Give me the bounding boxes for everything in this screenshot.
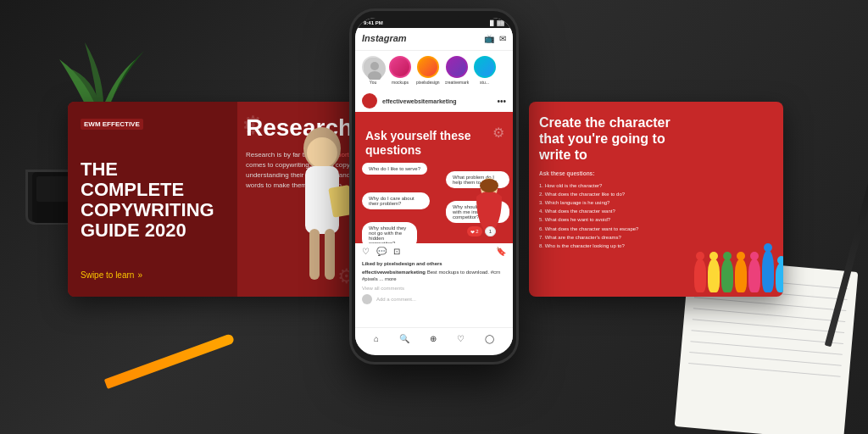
- swipe-text: Swipe to learn »: [81, 270, 225, 280]
- question-item: 8. Who is the character looking up to?: [539, 242, 688, 250]
- svg-point-13: [370, 62, 379, 70]
- story-avatar-1: [389, 56, 411, 78]
- story-item[interactable]: creativemarket: [445, 56, 469, 85]
- post-username: effectivewebsitemarketing: [382, 98, 492, 104]
- right-card-questions: 1. How old is the character? 2. What doe…: [539, 181, 688, 251]
- instagram-header: Instagram 📺 ✉: [355, 28, 513, 51]
- tv-icon[interactable]: 📺: [484, 34, 494, 43]
- comment-badge: 1: [485, 226, 496, 236]
- gear-icon-post: ⚙: [492, 125, 504, 141]
- like-badge: ❤ 2: [467, 226, 481, 236]
- phone-mockup: 9:41 PM ▐▌ ▓▓ Instagram 📺 ✉ You: [349, 8, 519, 364]
- right-card-subtitle: Ask these questions:: [539, 170, 688, 176]
- story-label-you: You: [370, 80, 376, 85]
- status-bar: 9:41 PM ▐▌ ▓▓: [355, 18, 513, 28]
- post-avatar: [362, 93, 377, 108]
- story-item[interactable]: stu...: [474, 56, 496, 85]
- figure-pink: [748, 259, 760, 292]
- story-item[interactable]: You: [362, 56, 384, 85]
- banner-left-section: EWM EFFECTIVE THE COMPLETE COPYWRITING G…: [68, 102, 237, 297]
- like-icon[interactable]: ♡: [362, 247, 370, 256]
- instagram-logo: Instagram: [362, 33, 407, 43]
- logo-badge: EWM EFFECTIVE: [81, 119, 143, 130]
- engagement-badges: ❤ 2 1: [467, 226, 496, 236]
- bubble-5: Why should they not go with the hidden c…: [362, 222, 417, 243]
- post-caption: effectivewebsitemarketing Best mockups t…: [355, 268, 513, 285]
- question-item: 2. What does the character like to do?: [539, 190, 688, 198]
- right-card-content: Create the character that you're going t…: [529, 102, 698, 297]
- nav-heart-icon[interactable]: ♡: [457, 334, 465, 343]
- stories-row: You mockups pixelsdesign creativemarket …: [355, 51, 513, 90]
- post-actions: ♡ 💬 ⊡ 🔖: [355, 243, 513, 259]
- nav-add-icon[interactable]: ⊕: [430, 334, 437, 343]
- figure-lightblue: [776, 263, 783, 292]
- banner-logo: EWM EFFECTIVE: [81, 119, 225, 130]
- caption-username: effectivewebsitemarketing: [362, 270, 426, 275]
- bubble-1: Who do I like to serve?: [362, 163, 427, 175]
- bookmark-icon[interactable]: 🔖: [496, 247, 506, 256]
- question-item: 1. How old is the character?: [539, 181, 688, 190]
- figure-green: [721, 259, 733, 292]
- question-item: 6. What does the character want to escap…: [539, 225, 688, 233]
- nav-profile-icon[interactable]: ◯: [485, 334, 494, 343]
- phone-screen: 9:41 PM ▐▌ ▓▓ Instagram 📺 ✉ You: [355, 18, 513, 355]
- post-image: Ask yourself these questions ⚙ Who do I …: [355, 112, 513, 243]
- story-label-1: mockups: [392, 80, 409, 85]
- story-avatar-3: [446, 56, 468, 78]
- story-item[interactable]: mockups: [389, 56, 411, 85]
- right-card-figures: [698, 102, 783, 297]
- nav-home-icon[interactable]: ⌂: [374, 334, 379, 343]
- story-item[interactable]: pixelsdesign: [416, 56, 440, 85]
- nav-search-icon[interactable]: 🔍: [399, 334, 409, 343]
- story-avatar-2: [417, 56, 439, 78]
- figure-red: [694, 259, 706, 292]
- figure-blue: [762, 250, 774, 292]
- post-image-title: Ask yourself these questions: [365, 129, 487, 158]
- post-likes: Liked by pixelsdesign and others: [355, 259, 513, 268]
- status-icons: ▐▌ ▓▓: [488, 20, 504, 25]
- story-label-2: pixelsdesign: [416, 80, 440, 85]
- instagram-top-row: Instagram 📺 ✉: [362, 33, 506, 43]
- phone-bottom-nav: ⌂ 🔍 ⊕ ♡ ◯: [355, 327, 513, 348]
- view-comments[interactable]: View all comments: [355, 285, 513, 292]
- story-avatar-you: [362, 56, 384, 78]
- send-icon[interactable]: ✉: [499, 34, 506, 43]
- story-label-4: stu...: [480, 80, 489, 85]
- status-time: 9:41 PM: [364, 20, 383, 25]
- figure-orange: [735, 259, 747, 292]
- banner-title: THE COMPLETE COPYWRITING GUIDE 2020: [81, 159, 225, 242]
- commenter-avatar: [362, 294, 372, 304]
- colorful-figures: [694, 250, 783, 292]
- svg-point-16: [480, 179, 498, 192]
- filter-icon[interactable]: ⊡: [393, 247, 400, 256]
- comment-icon[interactable]: 💬: [376, 247, 387, 256]
- comment-row: Add a comment...: [355, 292, 513, 307]
- figure-yellow: [708, 259, 720, 292]
- question-item: 4. What does the character want?: [539, 207, 688, 215]
- swipe-label: Swipe to learn: [81, 270, 134, 280]
- story-avatar-4: [474, 56, 496, 78]
- post-header: effectivewebsitemarketing •••: [355, 90, 513, 112]
- question-item: 3. Which language is he using?: [539, 198, 688, 207]
- arrow-icon: »: [137, 270, 142, 280]
- svg-rect-9: [309, 229, 320, 280]
- instagram-action-icons: 📺 ✉: [484, 34, 506, 43]
- comment-input[interactable]: Add a comment...: [376, 297, 416, 302]
- right-card: Create the character that you're going t…: [529, 102, 783, 297]
- question-item: 5. What does he want to avoid?: [539, 215, 688, 224]
- svg-rect-10: [325, 229, 335, 280]
- question-item: 7. What are the character's dreams?: [539, 233, 688, 242]
- story-label-3: creativemarket: [445, 80, 469, 85]
- svg-point-7: [307, 137, 337, 168]
- bubble-3: Why do I care about their problem?: [362, 192, 430, 209]
- post-options-icon[interactable]: •••: [497, 97, 506, 106]
- gear-decoration-1: ⚙: [242, 110, 264, 140]
- right-card-title: Create the character that you're going t…: [539, 114, 688, 164]
